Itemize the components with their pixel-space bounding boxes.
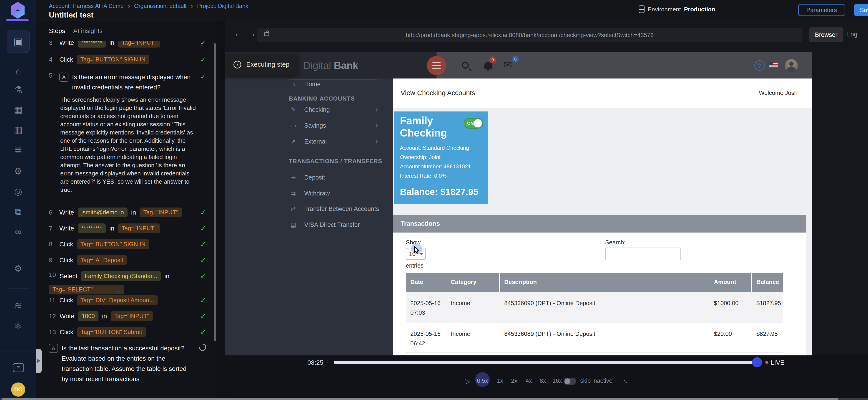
layers-icon[interactable]: ≋ (0, 299, 36, 311)
playback-thumb[interactable] (752, 357, 762, 367)
col-description[interactable]: Description (500, 273, 709, 292)
search-input[interactable] (605, 248, 681, 260)
sidebar-toggle-button[interactable] (427, 56, 446, 75)
step-target-chip[interactable]: Tag="DIV" Deposit Amoun... (77, 295, 158, 305)
step-row-7[interactable]: 7 Write ********* in Tag="INPUT" ✓ (49, 223, 208, 233)
sidebar-item-visa-direct-transfer[interactable]: ▤ VISA Direct Transfer (289, 221, 360, 229)
step-target-chip[interactable]: Tag="BUTTON" SIGN IN (77, 239, 149, 249)
parameters-button[interactable]: Parameters (798, 4, 845, 16)
step-verb: Click (59, 297, 73, 304)
step-connector: in (164, 273, 169, 280)
forward-icon[interactable]: → (248, 29, 256, 38)
step-row-assertion[interactable]: A Is the last transaction a successful d… (49, 343, 208, 384)
tab-ai-insights[interactable]: AI insights (73, 27, 102, 35)
sidebar-item-home[interactable]: ⌂ Home (289, 80, 320, 88)
step-row-10[interactable]: 10 Select Family Checking (Standar... in… (49, 271, 208, 294)
step-target-chip[interactable]: Tag="BUTTON" Submit (77, 327, 146, 337)
step-row-13[interactable]: 13 Click Tag="BUTTON" Submit ✓ (49, 327, 208, 337)
step-row-12[interactable]: 12 Write 1000 in Tag="INPUT" ✓ (49, 311, 208, 321)
language-flag-icon[interactable] (769, 62, 778, 68)
play-icon[interactable]: ▷ (465, 377, 470, 385)
modules-icon[interactable]: ▣ (7, 30, 30, 53)
account-on-toggle[interactable]: ON (464, 118, 483, 128)
sidebar-item-transfer-between-accounts[interactable]: ⇄ Transfer Between Accounts (289, 205, 379, 213)
harness-logo[interactable]: ⌁ (10, 2, 26, 19)
save-button[interactable]: Save (854, 4, 868, 16)
url-bar[interactable]: http://prod.dbank.staging-apps.relicx.ai… (257, 28, 803, 42)
search-icon[interactable] (462, 62, 469, 69)
col-amount[interactable]: Amount (709, 273, 752, 292)
step-target-chip[interactable]: Tag="INPUT" (118, 223, 160, 233)
table-row[interactable]: 2025-05-16 07:03 Income 845336090 (DPT) … (406, 292, 783, 323)
speed-8x[interactable]: 8x (540, 377, 546, 384)
step-target-chip[interactable]: Tag="INPUT" (118, 41, 160, 48)
experiments-icon[interactable]: ⚗ (0, 84, 36, 95)
list-icon[interactable]: ≣ (0, 144, 36, 156)
speed-4x[interactable]: 4x (526, 377, 532, 384)
chevron-right-icon: › (376, 137, 378, 145)
step-row-8[interactable]: 8 Click Tag="BUTTON" SIGN IN ✓ (49, 239, 208, 249)
board-icon[interactable]: ▥ (0, 124, 36, 135)
help-chat-icon[interactable]: ? (13, 363, 24, 372)
breadcrumb-account[interactable]: Account: Harness AITA Demo (49, 3, 124, 9)
speed-0.5x[interactable]: 0.5x (477, 377, 488, 384)
step-target-chip[interactable]: Tag="SELECT" ---------- ... (49, 285, 124, 294)
family-checking-card[interactable]: Family Checking ON Account: Standard Che… (394, 112, 488, 204)
fullscreen-icon[interactable]: ↔ (621, 375, 632, 386)
settings-icon[interactable]: ⚙ (0, 263, 36, 274)
user-avatar[interactable]: DC (11, 382, 25, 397)
loop-icon[interactable]: ∞ (0, 226, 36, 237)
help-icon[interactable]: ? (754, 60, 765, 71)
panel-collapse-handle[interactable] (36, 349, 42, 373)
app-window: Account: Harness AITA Demo › Organizatio… (0, 0, 868, 400)
messages-icon[interactable]: ✉ (503, 59, 512, 71)
step-target-chip[interactable]: Tag="INPUT" (140, 207, 182, 217)
step-target-chip[interactable]: Tag="BUTTON" SIGN IN (77, 55, 149, 64)
step-value-chip[interactable]: Family Checking (Standar... (81, 271, 161, 281)
step-target-chip[interactable]: Tag="A" Deposit (77, 255, 127, 265)
home-icon[interactable]: ⌂ (0, 65, 36, 77)
step-row-11[interactable]: 11 Click Tag="DIV" Deposit Amoun... ✓ (49, 295, 208, 305)
col-balance[interactable]: Balance (752, 273, 783, 292)
breadcrumb-organization[interactable]: Organization: default (134, 3, 187, 9)
step-value-chip[interactable]: ********* (78, 223, 106, 233)
speed-2x[interactable]: 2x (511, 377, 517, 384)
step-row-4[interactable]: 4 Click Tag="BUTTON" SIGN IN ✓ (49, 55, 208, 64)
playback-progress-bar[interactable] (334, 361, 755, 364)
step-row-9[interactable]: 9 Click Tag="A" Deposit ✓ (49, 255, 208, 265)
cell-amount: $20.00 (709, 323, 752, 352)
speed-1x[interactable]: 1x (497, 377, 503, 384)
sidebar-item-checking[interactable]: ✎ Checking (289, 106, 330, 114)
sidebar-item-withdraw[interactable]: ⇉ Withdraw (289, 190, 330, 197)
step-verb: Click (59, 241, 73, 248)
tab-log[interactable]: Log (847, 31, 857, 38)
step-value-chip[interactable]: 1000 (78, 311, 98, 321)
bank-user-avatar[interactable] (785, 59, 798, 73)
back-icon[interactable]: ← (234, 29, 242, 38)
speed-16x[interactable]: 16x (553, 377, 562, 384)
grid-icon[interactable]: ▦ (0, 104, 36, 115)
step-row-5[interactable]: 5 A Is there an error message displayed … (49, 72, 208, 92)
tab-steps[interactable]: Steps (49, 27, 65, 35)
col-category[interactable]: Category (446, 273, 500, 292)
step-row-3[interactable]: 3 Write ********* in Tag="INPUT" ✓ (49, 41, 208, 48)
sidebar-item-label: VISA Direct Transfer (304, 221, 360, 228)
sidebar-item-savings[interactable]: ▭ Savings (289, 122, 326, 130)
step-value-chip[interactable]: ********* (78, 41, 106, 48)
step-value-chip[interactable]: jsmith@demo.io (78, 207, 128, 217)
sidebar-item-deposit[interactable]: ⇥ Deposit (289, 174, 325, 181)
sidebar-item-external[interactable]: ↗ External (289, 138, 327, 145)
automation-icon[interactable]: ⚙ (0, 165, 36, 177)
org-settings-icon[interactable]: ⚛ (0, 320, 36, 332)
pipelines-icon[interactable]: ⧉ (0, 206, 36, 217)
step-target-chip[interactable]: Tag="INPUT" (111, 311, 153, 321)
skip-inactive-toggle[interactable] (564, 378, 576, 385)
agent-icon[interactable]: ◎ (0, 185, 36, 197)
table-row[interactable]: 2025-05-16 06:42 Income 845336089 (DPT) … (406, 323, 783, 353)
step-row-6[interactable]: 6 Write jsmith@demo.io in Tag="INPUT" ✓ (49, 207, 208, 217)
breadcrumb-project[interactable]: Project: Digital Bank (197, 3, 248, 9)
tab-browser[interactable]: Browser (809, 27, 843, 42)
col-date[interactable]: Date (406, 273, 446, 292)
toggle-knob (474, 119, 482, 127)
steps-list[interactable]: 3 Write ********* in Tag="INPUT" ✓ 4 Cli… (36, 41, 217, 400)
